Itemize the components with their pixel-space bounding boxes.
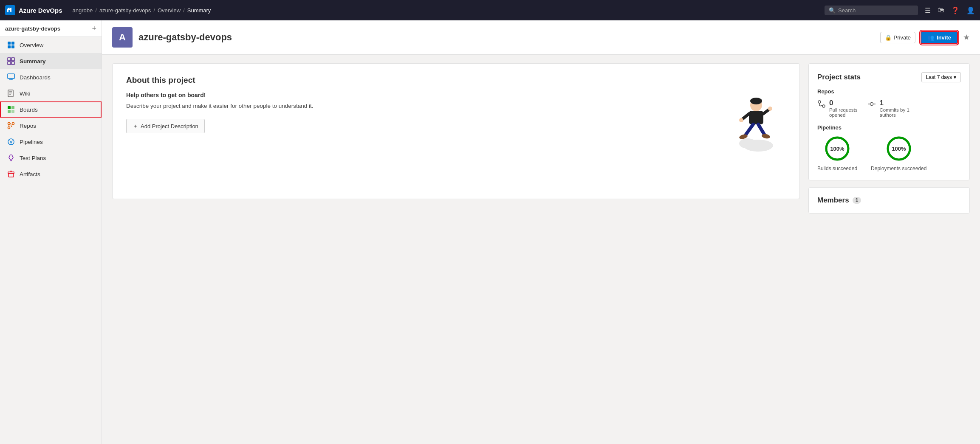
svg-rect-26: [8, 172, 14, 174]
chevron-down-icon: ▾: [954, 74, 956, 80]
search-box[interactable]: 🔍 Search: [825, 6, 918, 15]
sidebar-project-header: azure-gatsby-devops +: [0, 20, 102, 37]
commits-icon: [867, 100, 876, 110]
brand[interactable]: Azure DevOps: [5, 5, 62, 15]
repos-section-title: Repos: [817, 88, 961, 95]
pull-requests-num: 0: [829, 99, 857, 107]
invite-label: Invite: [937, 34, 951, 41]
svg-rect-19: [11, 110, 14, 113]
running-person-svg: [720, 80, 784, 156]
sidebar-item-dashboards[interactable]: Dashboards: [0, 69, 102, 85]
sidebar-item-label-overview: Overview: [20, 42, 43, 48]
svg-line-39: [758, 124, 765, 135]
sidebar-item-summary[interactable]: Summary: [0, 53, 102, 69]
brand-label: Azure DevOps: [19, 7, 62, 14]
breadcrumb-current: Summary: [187, 7, 211, 14]
svg-rect-33: [749, 111, 763, 124]
stats-title: Project stats: [817, 73, 861, 81]
sidebar-item-label-wiki: Wiki: [20, 90, 31, 97]
pull-requests-label: Pull requests opened: [829, 107, 857, 118]
svg-line-38: [746, 124, 753, 135]
help-icon[interactable]: ❓: [951, 6, 960, 14]
project-title-row: A azure-gatsby-devops: [112, 27, 232, 48]
left-panel: About this project Help others to get on…: [112, 63, 800, 436]
sidebar-item-test-plans[interactable]: Test Plans: [0, 150, 102, 166]
pull-request-icon: [817, 100, 826, 110]
svg-point-22: [8, 127, 10, 129]
builds-stat: 100% Builds succeeded: [817, 135, 857, 171]
about-description: Describe your project and make it easier…: [126, 102, 709, 110]
settings-icon[interactable]: ☰: [925, 6, 931, 14]
sidebar-item-label-test-plans: Test Plans: [20, 155, 46, 161]
add-project-button[interactable]: +: [92, 25, 96, 32]
svg-point-45: [870, 103, 873, 106]
svg-rect-8: [11, 62, 14, 65]
svg-rect-2: [11, 42, 14, 45]
sidebar-item-wiki[interactable]: Wiki: [0, 85, 102, 101]
breadcrumb-org[interactable]: angrobe: [73, 7, 93, 14]
svg-rect-4: [11, 45, 14, 48]
content-header: A azure-gatsby-devops 🔒 Private 👥 Invite…: [102, 20, 980, 55]
commits-label: Commits by 1 authors: [879, 107, 909, 118]
sidebar-item-repos[interactable]: Repos: [0, 118, 102, 134]
pipelines-row: 100% Builds succeeded 100% Deployments s…: [817, 135, 961, 171]
svg-text:100%: 100%: [830, 146, 844, 152]
deployments-stat: 100% Deployments succeeded: [871, 135, 926, 171]
pull-requests-stat: 0 Pull requests opened: [817, 99, 857, 118]
svg-rect-16: [8, 106, 11, 109]
stats-header: Project stats Last 7 days ▾: [817, 72, 961, 82]
period-label: Last 7 days: [926, 74, 952, 80]
sidebar-project-name: azure-gatsby-devops: [5, 25, 60, 32]
svg-rect-7: [8, 62, 11, 65]
header-actions: 🔒 Private 👥 Invite ★: [880, 31, 970, 44]
shopping-icon[interactable]: 🛍: [938, 6, 944, 14]
content-area: A azure-gatsby-devops 🔒 Private 👥 Invite…: [102, 20, 980, 444]
svg-point-42: [818, 101, 821, 103]
top-nav-icons: ☰ 🛍 ❓ 👤: [925, 6, 975, 14]
invite-button[interactable]: 👥 Invite: [921, 31, 958, 44]
svg-rect-18: [8, 110, 11, 113]
svg-point-24: [8, 139, 14, 145]
project-avatar: A: [112, 27, 133, 48]
svg-point-30: [739, 138, 756, 149]
sidebar-item-boards[interactable]: Boards: [0, 101, 102, 118]
overview-icon: [7, 41, 15, 49]
star-button[interactable]: ★: [963, 33, 970, 42]
add-description-button[interactable]: ＋ Add Project Description: [126, 119, 205, 133]
sidebar-item-pipelines[interactable]: Pipelines: [0, 134, 102, 150]
sidebar: azure-gatsby-devops + Overview Summary D…: [0, 20, 102, 444]
period-dropdown[interactable]: Last 7 days ▾: [921, 72, 961, 82]
svg-rect-1: [8, 42, 11, 45]
breadcrumb-sep2: /: [153, 7, 155, 14]
deployments-label: Deployments succeeded: [871, 166, 926, 171]
project-stats-card: Project stats Last 7 days ▾ Repos: [808, 63, 970, 180]
lock-icon: 🔒: [885, 34, 892, 41]
breadcrumb-sep3: /: [183, 7, 185, 14]
svg-point-21: [12, 123, 14, 125]
pipelines-icon: [7, 138, 15, 146]
sidebar-item-label-repos: Repos: [20, 123, 36, 129]
user-icon[interactable]: 👤: [966, 6, 975, 14]
sidebar-item-label-boards: Boards: [20, 107, 38, 113]
deployments-circle: 100%: [885, 135, 912, 162]
about-card: About this project Help others to get on…: [112, 63, 800, 199]
breadcrumb: angrobe / azure-gatsby-devops / Overview…: [73, 7, 825, 14]
summary-icon: [7, 57, 15, 65]
top-nav: Azure DevOps angrobe / azure-gatsby-devo…: [0, 0, 980, 20]
search-placeholder: Search: [838, 7, 856, 14]
sidebar-item-overview[interactable]: Overview: [0, 37, 102, 53]
about-text-section: About this project Help others to get on…: [126, 76, 709, 133]
members-label: Members: [817, 196, 849, 205]
test-plans-icon: [7, 154, 15, 162]
breadcrumb-project[interactable]: azure-gatsby-devops: [99, 7, 151, 14]
svg-point-32: [750, 98, 762, 104]
sidebar-item-artifacts[interactable]: Artifacts: [0, 166, 102, 182]
members-card: Members 1: [808, 187, 970, 214]
plus-icon: ＋: [133, 122, 138, 130]
svg-rect-5: [8, 58, 11, 61]
commits-num: 1: [879, 99, 909, 107]
dashboards-icon: [7, 73, 15, 81]
builds-label: Builds succeeded: [817, 166, 857, 171]
svg-point-20: [8, 123, 10, 125]
breadcrumb-page1[interactable]: Overview: [158, 7, 181, 14]
